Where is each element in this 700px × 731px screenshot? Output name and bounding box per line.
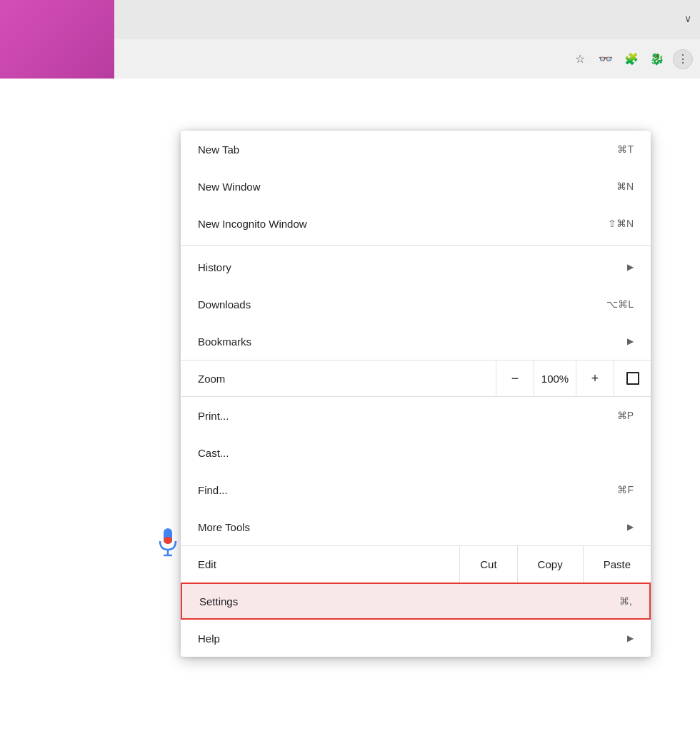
menu-item-incognito-shortcut: ⇧⌘N [608, 218, 634, 229]
zoom-value: 100% [534, 361, 576, 396]
menu-item-history[interactable]: History ▶ [181, 248, 651, 286]
history-submenu-arrow: ▶ [627, 262, 634, 272]
menu-item-history-label: History [198, 261, 231, 273]
menu-item-find[interactable]: Find... ⌘F [181, 471, 651, 508]
fullscreen-icon [626, 372, 639, 385]
menu-item-more-tools[interactable]: More Tools ▶ [181, 508, 651, 545]
browser-tab-area [0, 0, 114, 79]
copy-button[interactable]: Copy [517, 546, 583, 583]
fullscreen-button[interactable] [614, 361, 651, 396]
zoom-out-button[interactable]: − [496, 361, 534, 396]
menu-item-find-label: Find... [198, 484, 228, 496]
menu-item-new-window[interactable]: New Window ⌘N [181, 168, 651, 205]
menu-item-settings-label: Settings [199, 595, 238, 608]
zoom-controls: − 100% + [496, 361, 651, 396]
menu-item-downloads-label: Downloads [198, 298, 251, 311]
cut-button[interactable]: Cut [460, 546, 516, 583]
menu-item-help-label: Help [198, 632, 220, 645]
menu-item-incognito[interactable]: New Incognito Window ⇧⌘N [181, 205, 651, 242]
extension1-icon[interactable]: 👓 [596, 49, 616, 69]
menu-item-new-tab[interactable]: New Tab ⌘T [181, 131, 651, 168]
menu-item-cast-label: Cast... [198, 447, 229, 459]
menu-item-find-shortcut: ⌘F [617, 484, 634, 495]
edit-label: Edit [181, 558, 459, 570]
zoom-in-button[interactable]: + [576, 361, 614, 396]
zoom-label: Zoom [181, 373, 496, 385]
more-tools-submenu-arrow: ▶ [627, 522, 634, 532]
help-submenu-arrow: ▶ [627, 633, 634, 643]
menu-item-more-tools-label: More Tools [198, 521, 250, 533]
menu-item-settings[interactable]: Settings ⌘, [181, 583, 651, 620]
menu-item-new-tab-shortcut: ⌘T [617, 143, 634, 155]
svg-rect-3 [164, 537, 172, 544]
chevron-down-icon: ∨ [684, 13, 691, 24]
extension3-icon[interactable]: 🐉 [647, 49, 667, 69]
microphone-icon [157, 528, 179, 560]
menu-item-print-label: Print... [198, 410, 229, 422]
divider-1 [181, 245, 651, 246]
chrome-menu-button[interactable]: ⋮ [673, 49, 693, 69]
browser-address-bar: ☆ 👓 🧩 🐉 ⋮ [114, 39, 700, 79]
menu-item-cast[interactable]: Cast... [181, 434, 651, 471]
menu-item-new-tab-label: New Tab [198, 143, 239, 156]
edit-row: Edit Cut Copy Paste [181, 545, 651, 583]
zoom-row: Zoom − 100% + [181, 360, 651, 397]
edit-button-group: Cut Copy Paste [459, 546, 651, 583]
menu-item-print-shortcut: ⌘P [617, 410, 634, 421]
menu-item-incognito-label: New Incognito Window [198, 218, 307, 230]
chrome-dropdown-menu: New Tab ⌘T New Window ⌘N New Incognito W… [181, 131, 651, 657]
menu-item-bookmarks[interactable]: Bookmarks ▶ [181, 323, 651, 360]
extension2-icon[interactable]: 🧩 [621, 49, 641, 69]
bookmarks-submenu-arrow: ▶ [627, 336, 634, 346]
menu-item-new-window-shortcut: ⌘N [616, 181, 634, 192]
bookmark-icon[interactable]: ☆ [570, 49, 590, 69]
menu-item-downloads-shortcut: ⌥⌘L [606, 298, 634, 310]
paste-button[interactable]: Paste [583, 546, 651, 583]
menu-item-new-window-label: New Window [198, 181, 261, 193]
menu-item-settings-shortcut: ⌘, [619, 595, 632, 607]
menu-item-downloads[interactable]: Downloads ⌥⌘L [181, 286, 651, 323]
menu-item-print[interactable]: Print... ⌘P [181, 397, 651, 434]
menu-item-help[interactable]: Help ▶ [181, 620, 651, 657]
menu-item-bookmarks-label: Bookmarks [198, 336, 251, 348]
